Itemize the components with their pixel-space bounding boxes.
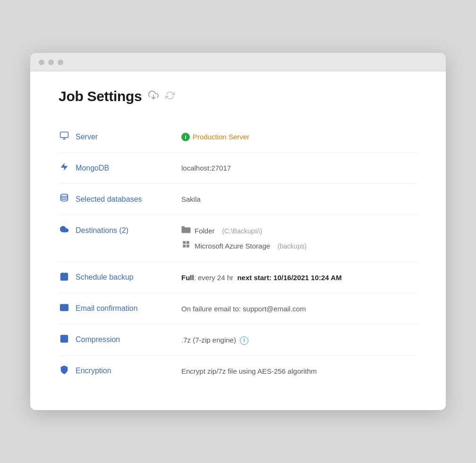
- row-schedule: Schedule backup Full: every 24 hr next s…: [59, 262, 417, 293]
- value-destinations: Folder (C:\Backups\) Microsoft Azure Sto…: [181, 224, 417, 252]
- cloud-icon: [59, 224, 70, 236]
- svg-point-13: [63, 369, 65, 370]
- label-mongodb-text: MongoDB: [76, 164, 109, 172]
- azure-label: Microsoft Azure Storage: [195, 240, 270, 252]
- schedule-type: Full: [181, 274, 194, 282]
- azure-container: (backups): [274, 241, 306, 251]
- svg-marker-3: [61, 163, 68, 171]
- destination-folder: Folder (C:\Backups\): [181, 225, 417, 237]
- label-encryption-text: Encryption: [76, 367, 111, 375]
- row-compression: Compression .7z (7-zip engine) i: [59, 325, 417, 356]
- content-area: Job Settings: [30, 71, 446, 410]
- svg-rect-5: [61, 273, 68, 280]
- svg-point-4: [61, 194, 68, 197]
- titlebar-dot-2: [48, 60, 54, 65]
- row-server: Server i Production Server: [59, 121, 417, 153]
- calendar-icon: [59, 272, 70, 283]
- status-circle: i: [181, 133, 190, 141]
- label-selected-databases-text: Selected databases: [76, 195, 142, 204]
- titlebar-dot-3: [58, 60, 63, 65]
- label-compression: Compression: [59, 334, 181, 346]
- label-encryption: Encryption: [59, 365, 181, 377]
- destinations-list: Folder (C:\Backups\) Microsoft Azure Sto…: [181, 225, 417, 252]
- monitor-icon: [59, 131, 70, 143]
- titlebar-dot-1: [39, 60, 44, 65]
- value-email: On failure email to: support@email.com: [181, 303, 417, 315]
- compression-info-icon[interactable]: i: [240, 336, 248, 345]
- label-compression-text: Compression: [76, 335, 120, 344]
- titlebar: [30, 53, 446, 71]
- label-server: Server: [59, 131, 181, 143]
- row-selected-databases: Selected databases Sakila: [59, 184, 417, 215]
- shield-icon: [59, 365, 70, 377]
- production-server-text: Production Server: [193, 131, 249, 143]
- schedule-detail: every 24 hr: [198, 274, 233, 282]
- label-schedule: Schedule backup: [59, 272, 181, 283]
- row-destinations: Destinations (2) Folder (C:\Backups\): [59, 215, 417, 262]
- email-icon: [59, 303, 70, 315]
- svg-rect-0: [60, 132, 68, 138]
- value-schedule: Full: every 24 hr next start: 10/16/2021…: [181, 272, 417, 283]
- value-selected-databases: Sakila: [181, 193, 417, 205]
- compression-value-text: .7z (7-zip engine): [181, 336, 236, 344]
- compression-icon: [59, 334, 70, 346]
- label-mongodb: MongoDB: [59, 162, 181, 174]
- bolt-icon: [59, 162, 70, 174]
- schedule-colon: :: [194, 274, 198, 282]
- value-server: i Production Server: [181, 131, 417, 143]
- label-destinations: Destinations (2): [59, 224, 181, 236]
- label-selected-databases: Selected databases: [59, 193, 181, 205]
- label-schedule-text: Schedule backup: [76, 273, 134, 282]
- label-email-text: Email confirmation: [76, 304, 138, 313]
- label-email: Email confirmation: [59, 303, 181, 315]
- value-mongodb: localhost:27017: [181, 162, 417, 174]
- refresh-icon[interactable]: [165, 91, 175, 103]
- destination-azure: Microsoft Azure Storage (backups): [181, 240, 417, 252]
- svg-rect-9: [61, 335, 68, 342]
- page-header: Job Settings: [59, 88, 417, 104]
- folder-icon: [181, 225, 191, 237]
- folder-label: Folder: [195, 225, 215, 237]
- page-title: Job Settings: [59, 88, 142, 104]
- label-destinations-text: Destinations (2): [76, 226, 128, 235]
- windows-icon: [181, 240, 191, 252]
- label-server-text: Server: [76, 133, 98, 141]
- database-icon: [59, 193, 70, 205]
- row-encryption: Encryption Encrypt zip/7z file using AES…: [59, 356, 417, 386]
- value-encryption: Encrypt zip/7z file using AES-256 algori…: [181, 365, 417, 377]
- row-email: Email confirmation On failure email to: …: [59, 293, 417, 325]
- download-icon[interactable]: [148, 90, 159, 103]
- value-compression: .7z (7-zip engine) i: [181, 334, 417, 346]
- row-mongodb: MongoDB localhost:27017: [59, 153, 417, 184]
- main-window: Job Settings: [30, 53, 446, 410]
- schedule-next-label: next start: 10/16/2021 10:24 AM: [237, 274, 341, 282]
- folder-path: (C:\Backups\): [219, 226, 263, 236]
- schedule-next-value: 10/16/2021 10:24 AM: [273, 274, 342, 282]
